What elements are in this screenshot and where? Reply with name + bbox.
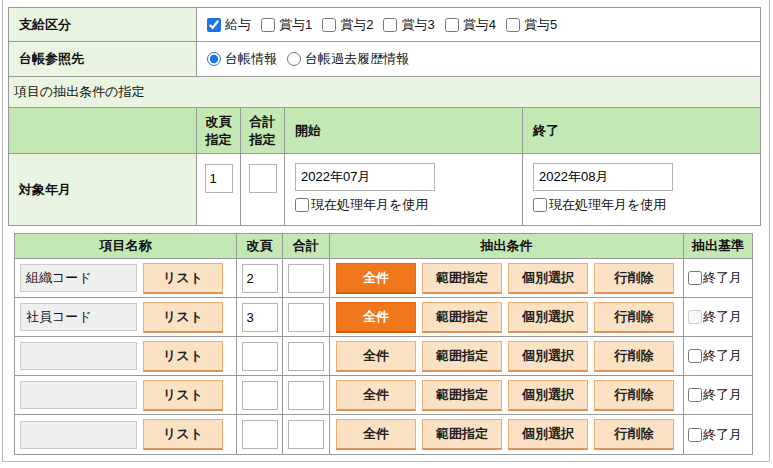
all-button[interactable]: 全件 (336, 302, 416, 333)
end-month-checkbox[interactable] (688, 310, 702, 324)
page-break-input[interactable] (242, 342, 278, 371)
total-input[interactable] (288, 420, 324, 449)
range-button[interactable]: 範囲指定 (422, 341, 502, 372)
col-header-item-name: 項目名称 (15, 234, 237, 258)
end-month-checkbox[interactable] (688, 428, 702, 442)
shoyo2-checkbox[interactable] (322, 18, 336, 32)
shoyo5-checkbox[interactable] (506, 18, 520, 32)
end-current-month-checkbox[interactable] (533, 198, 547, 212)
period-table-header: 改頁指定 合計指定 開始 終了 (9, 108, 760, 154)
all-button[interactable]: 全件 (336, 263, 416, 294)
option-shoyo4: 賞与4 (445, 16, 496, 34)
all-button[interactable]: 全件 (336, 380, 416, 411)
item-name-field (20, 342, 137, 370)
items-table: 項目名称 改頁 合計 抽出条件 抽出基準 組織コード リスト 全件 範囲指定 個… (14, 233, 753, 455)
total-input[interactable] (288, 342, 324, 371)
list-button[interactable]: リスト (143, 341, 223, 372)
supply-category-row: 支給区分 給与 賞与1 賞与2 賞与3 (9, 8, 760, 42)
total-input[interactable] (288, 264, 324, 293)
total-designation-cell (241, 154, 285, 225)
kyuyo-checkbox[interactable] (207, 18, 221, 32)
items-table-header: 項目名称 改頁 合計 抽出条件 抽出基準 (15, 234, 752, 259)
total-designation-input[interactable] (249, 164, 277, 193)
list-button[interactable]: リスト (143, 263, 223, 294)
individual-select-button[interactable]: 個別選択 (508, 419, 588, 450)
table-row: リスト 全件 範囲指定 個別選択 行削除 終了月 (15, 376, 752, 415)
ledger-info-radio[interactable] (207, 52, 221, 66)
start-current-month-option: 現在処理年月を使用 (295, 196, 428, 214)
row-delete-button[interactable]: 行削除 (594, 263, 674, 294)
col-header-extraction-criteria: 抽出基準 (684, 234, 752, 258)
supply-category-options: 給与 賞与1 賞与2 賞与3 賞与4 (197, 8, 760, 41)
individual-select-button[interactable]: 個別選択 (508, 302, 588, 333)
col-header-item-page-break: 改頁 (237, 234, 283, 258)
individual-select-button[interactable]: 個別選択 (508, 263, 588, 294)
item-name-field (20, 381, 137, 409)
option-shoyo2: 賞与2 (322, 16, 373, 34)
row-delete-button[interactable]: 行削除 (594, 419, 674, 450)
total-input[interactable] (288, 303, 324, 332)
section-title: 項目の抽出条件の指定 (9, 77, 760, 108)
option-kyuyo: 給与 (207, 16, 251, 34)
option-ledger-info: 台帳情報 (207, 50, 277, 68)
shoyo4-checkbox[interactable] (445, 18, 459, 32)
list-button[interactable]: リスト (143, 302, 223, 333)
ledger-history-radio[interactable] (287, 52, 301, 66)
end-current-month-option: 現在処理年月を使用 (533, 196, 666, 214)
target-month-label: 対象年月 (9, 154, 197, 225)
col-header-item-total: 合計 (283, 234, 330, 258)
col-header-extraction-condition: 抽出条件 (330, 234, 684, 258)
list-button[interactable]: リスト (143, 419, 223, 450)
ledger-reference-options: 台帳情報 台帳過去履歴情報 (197, 42, 760, 76)
range-button[interactable]: 範囲指定 (422, 380, 502, 411)
option-shoyo1: 賞与1 (261, 16, 312, 34)
col-header-start: 開始 (285, 108, 523, 153)
col-header-end: 終了 (523, 108, 760, 153)
ledger-reference-label: 台帳参照先 (9, 42, 197, 76)
row-delete-button[interactable]: 行削除 (594, 380, 674, 411)
table-row: 組織コード リスト 全件 範囲指定 個別選択 行削除 終了月 (15, 259, 752, 298)
page-break-input[interactable] (242, 303, 278, 332)
option-shoyo5: 賞与5 (506, 16, 557, 34)
option-ledger-history: 台帳過去履歴情報 (287, 50, 409, 68)
list-button[interactable]: リスト (143, 380, 223, 411)
row-delete-button[interactable]: 行削除 (594, 341, 674, 372)
end-month-label: 終了月 (703, 269, 742, 287)
row-delete-button[interactable]: 行削除 (594, 302, 674, 333)
end-month-checkbox[interactable] (688, 271, 702, 285)
start-month-input[interactable] (295, 163, 435, 191)
all-button[interactable]: 全件 (336, 419, 416, 450)
page-break-input[interactable] (242, 264, 278, 293)
supply-category-label: 支給区分 (9, 8, 197, 41)
shoyo1-checkbox[interactable] (261, 18, 275, 32)
page-break-input[interactable] (242, 381, 278, 410)
end-month-checkbox[interactable] (688, 388, 702, 402)
range-button[interactable]: 範囲指定 (422, 419, 502, 450)
page-break-designation-cell (197, 154, 241, 225)
end-month-cell: 現在処理年月を使用 (523, 154, 760, 225)
table-row: リスト 全件 範囲指定 個別選択 行削除 終了月 (15, 337, 752, 376)
top-form-table: 支給区分 給与 賞与1 賞与2 賞与3 (8, 7, 761, 226)
table-row: 社員コード リスト 全件 範囲指定 個別選択 行削除 終了月 (15, 298, 752, 337)
total-input[interactable] (288, 381, 324, 410)
individual-select-button[interactable]: 個別選択 (508, 341, 588, 372)
all-button[interactable]: 全件 (336, 341, 416, 372)
option-shoyo3: 賞与3 (383, 16, 434, 34)
shoyo3-checkbox[interactable] (383, 18, 397, 32)
table-row: リスト 全件 範囲指定 個別選択 行削除 終了月 (15, 415, 752, 454)
range-button[interactable]: 範囲指定 (422, 302, 502, 333)
end-month-label: 終了月 (703, 308, 742, 326)
range-button[interactable]: 範囲指定 (422, 263, 502, 294)
end-month-label: 終了月 (703, 386, 742, 404)
individual-select-button[interactable]: 個別選択 (508, 380, 588, 411)
page-break-input[interactable] (242, 420, 278, 449)
end-month-label: 終了月 (703, 347, 742, 365)
start-current-month-checkbox[interactable] (295, 198, 309, 212)
page-break-designation-input[interactable] (205, 164, 233, 193)
col-header-total: 合計指定 (241, 108, 285, 153)
end-month-checkbox[interactable] (688, 349, 702, 363)
col-header-page-break: 改頁指定 (197, 108, 241, 153)
end-month-input[interactable] (533, 163, 673, 191)
item-name-field (20, 421, 137, 449)
header-blank-cell (9, 108, 197, 153)
